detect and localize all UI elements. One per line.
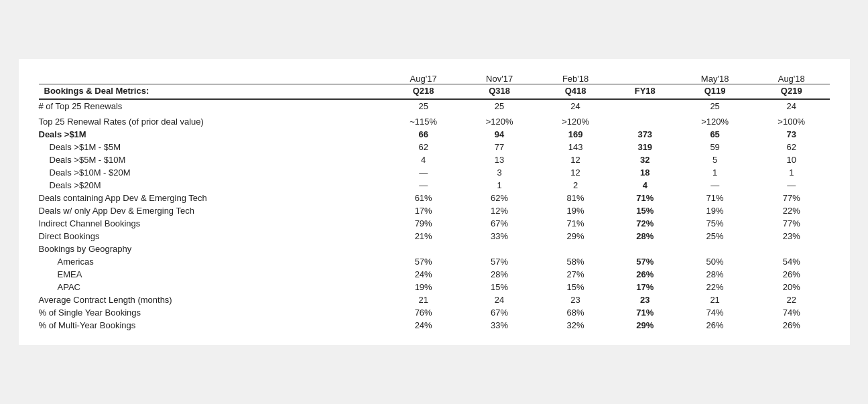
row-value-cell: 17% — [385, 204, 461, 217]
row-value-cell: 19% — [676, 204, 753, 217]
row-label-cell: Deals >$20M — [39, 179, 385, 192]
table-row: # of Top 25 Renewals2525242524 — [39, 99, 830, 113]
col-metrics-label: Bookings & Deal Metrics: — [39, 84, 385, 100]
table-row: Deals >$10M - $20M—3121811 — [39, 166, 830, 179]
row-value-cell: 143 — [538, 141, 613, 153]
row-value-cell: 22% — [676, 281, 753, 293]
col-aug17-header: Aug'17 — [385, 72, 461, 84]
row-value-cell: 32 — [613, 153, 676, 166]
row-label-cell: Deals containing App Dev & Emerging Tech — [39, 192, 385, 204]
table-row: APAC19%15%15%17%22%20% — [39, 281, 830, 293]
row-value-cell: 77% — [753, 192, 829, 204]
row-value-cell: 24 — [538, 99, 613, 113]
row-label-cell: # of Top 25 Renewals — [39, 99, 385, 113]
row-value-cell — [676, 243, 753, 255]
row-value-cell: 71% — [676, 192, 753, 204]
row-value-cell: ~115% — [385, 115, 461, 128]
col-q318-label: Q318 — [461, 84, 537, 100]
row-value-cell — [613, 115, 676, 128]
row-value-cell: >120% — [676, 115, 753, 128]
col-fy18-header-empty — [613, 72, 676, 84]
row-value-cell: 15% — [538, 281, 613, 293]
col-q219-label: Q219 — [753, 84, 829, 100]
table-row: % of Single Year Bookings76%67%68%71%74%… — [39, 306, 830, 319]
row-value-cell: 23% — [753, 230, 829, 243]
row-value-cell: 26% — [676, 319, 753, 332]
row-value-cell: 1 — [753, 166, 829, 179]
row-label-cell: Bookings by Geography — [39, 243, 385, 255]
row-value-cell: 26% — [753, 319, 829, 332]
row-value-cell: 28% — [676, 268, 753, 281]
row-value-cell: 28% — [613, 230, 676, 243]
row-value-cell: 74% — [676, 306, 753, 319]
row-value-cell — [461, 243, 537, 255]
row-value-cell: 24% — [385, 268, 461, 281]
row-value-cell: >120% — [461, 115, 537, 128]
row-value-cell: 1 — [461, 179, 537, 192]
row-value-cell: 5 — [676, 153, 753, 166]
row-value-cell: 33% — [461, 319, 537, 332]
row-label-cell: Direct Bookings — [39, 230, 385, 243]
row-label-cell: Deals >$10M - $20M — [39, 166, 385, 179]
row-value-cell: 67% — [461, 306, 537, 319]
row-value-cell: 4 — [613, 179, 676, 192]
row-value-cell: 373 — [613, 128, 676, 141]
row-value-cell: 22% — [753, 204, 829, 217]
row-value-cell: 74% — [753, 306, 829, 319]
row-value-cell: 75% — [676, 217, 753, 230]
row-value-cell: 10 — [753, 153, 829, 166]
row-value-cell: 25% — [676, 230, 753, 243]
row-label-cell: % of Multi-Year Bookings — [39, 319, 385, 332]
col-label-header — [39, 72, 385, 84]
row-value-cell: 12 — [538, 153, 613, 166]
row-value-cell: 24 — [461, 293, 537, 306]
row-value-cell: 28% — [461, 268, 537, 281]
row-value-cell: 68% — [538, 306, 613, 319]
col-feb18-header: Feb'18 — [538, 72, 613, 84]
row-value-cell: 13 — [461, 153, 537, 166]
row-value-cell: 77 — [461, 141, 537, 153]
row-value-cell: 22 — [753, 293, 829, 306]
row-value-cell: 66 — [385, 128, 461, 141]
row-value-cell: 20% — [753, 281, 829, 293]
row-value-cell: 79% — [385, 217, 461, 230]
row-value-cell: 29% — [538, 230, 613, 243]
table-row: % of Multi-Year Bookings24%33%32%29%26%2… — [39, 319, 830, 332]
table-row: Deals >$5M - $10M4131232510 — [39, 153, 830, 166]
row-value-cell: 19% — [538, 204, 613, 217]
row-value-cell: 67% — [461, 217, 537, 230]
row-value-cell: 18 — [613, 166, 676, 179]
main-container: Aug'17 Nov'17 Feb'18 May'18 Aug'18 Booki… — [19, 59, 850, 345]
row-value-cell: — — [385, 166, 461, 179]
table-row: Indirect Channel Bookings79%67%71%72%75%… — [39, 217, 830, 230]
row-value-cell — [753, 243, 829, 255]
col-q418-label: Q418 — [538, 84, 613, 100]
row-label-cell: APAC — [39, 281, 385, 293]
table-row: Bookings by Geography — [39, 243, 830, 255]
row-label-cell: EMEA — [39, 268, 385, 281]
row-value-cell: 29% — [613, 319, 676, 332]
row-value-cell: 57% — [613, 255, 676, 268]
row-value-cell: 58% — [538, 255, 613, 268]
col-aug18-header: Aug'18 — [753, 72, 829, 84]
row-label-cell: Indirect Channel Bookings — [39, 217, 385, 230]
row-value-cell: 71% — [613, 192, 676, 204]
column-header-top-row: Aug'17 Nov'17 Feb'18 May'18 Aug'18 — [39, 72, 830, 84]
row-value-cell: 81% — [538, 192, 613, 204]
row-value-cell: 169 — [538, 128, 613, 141]
table-row: Deals w/ only App Dev & Emerging Tech17%… — [39, 204, 830, 217]
row-value-cell: 73 — [753, 128, 829, 141]
row-value-cell: 65 — [676, 128, 753, 141]
row-value-cell: 72% — [613, 217, 676, 230]
row-value-cell — [613, 243, 676, 255]
row-value-cell: 77% — [753, 217, 829, 230]
col-nov17-header: Nov'17 — [461, 72, 537, 84]
row-value-cell: 24 — [753, 99, 829, 113]
row-value-cell — [613, 99, 676, 113]
row-value-cell: 26% — [613, 268, 676, 281]
row-value-cell: 21% — [385, 230, 461, 243]
row-label-cell: Deals >$1M - $5M — [39, 141, 385, 153]
table-row: Average Contract Length (months)21242323… — [39, 293, 830, 306]
row-value-cell: 319 — [613, 141, 676, 153]
row-value-cell: 19% — [385, 281, 461, 293]
